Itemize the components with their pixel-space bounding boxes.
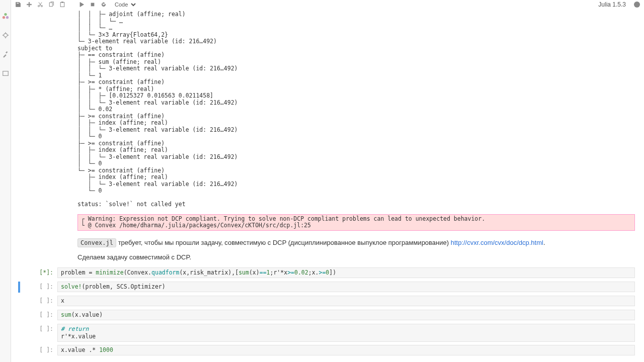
md1-text: требует, чтобы мы прошли задачу, совмест… — [116, 239, 451, 246]
main-column: Code Julia 1.5.3 │ │ ├─ adjoint (affine;… — [11, 0, 644, 362]
dcp-link[interactable]: http://cvxr.com/cvx/doc/dcp.html — [451, 239, 543, 246]
code-cell-solve[interactable]: [ ]: solve!(problem, SCS.Optimizer) — [18, 282, 635, 293]
markdown-conclusion: Вывод: надо инвестировать 67.9USD в Micr… — [18, 359, 635, 363]
stop-icon[interactable] — [90, 2, 96, 8]
cell-select-bar — [18, 324, 20, 335]
cell-select-bar — [18, 345, 20, 356]
markdown-make-dcp: Сделаем задачу совместимой с DCP. — [18, 252, 635, 267]
cell-type-select[interactable]: Code — [112, 1, 137, 8]
julia-icon[interactable] — [2, 13, 9, 20]
left-activity-rail — [0, 0, 11, 362]
cell-prompt: [ ]: — [21, 296, 57, 304]
cell-select-bar — [18, 310, 20, 321]
cell-prompt: [ ]: — [21, 310, 57, 318]
code-input[interactable]: problem = minimize(Convex.quadform(x,ris… — [57, 267, 635, 278]
svg-rect-4 — [3, 71, 8, 76]
code-input[interactable]: sum(x.value) — [57, 310, 635, 320]
cell-select-bar — [18, 282, 20, 293]
paste-icon[interactable] — [59, 2, 65, 8]
svg-rect-8 — [91, 3, 94, 6]
cell-select-bar — [18, 267, 20, 279]
kernel-status-dot[interactable] — [634, 2, 640, 8]
tools-icon[interactable] — [2, 51, 9, 58]
cell-prompt: [*]: — [21, 267, 57, 276]
save-icon[interactable] — [15, 2, 21, 8]
svg-rect-6 — [60, 3, 64, 7]
cell-select-bar — [18, 296, 20, 307]
debug-icon[interactable] — [2, 32, 9, 39]
svg-rect-7 — [62, 2, 63, 3]
code-cell-xvalue-1000[interactable]: [ ]: x.value .* 1000 — [18, 345, 635, 356]
svg-point-0 — [2, 16, 5, 19]
cell-prompt: [ ]: — [21, 324, 57, 332]
code-cell-sum-xvalue[interactable]: [ ]: sum(x.value) — [18, 310, 635, 321]
cut-icon[interactable] — [37, 2, 43, 8]
code-input[interactable]: # return r'*x.value — [57, 324, 635, 342]
kernel-name[interactable]: Julia 1.5.3 — [598, 1, 626, 8]
convex-jl-tag: Convex.jl — [77, 238, 116, 247]
notebook-area[interactable]: │ │ ├─ adjoint (affine; real) │ │ │ └─ …… — [11, 9, 644, 362]
cell-prompt: [ ]: — [21, 345, 57, 353]
code-input[interactable]: solve!(problem, SCS.Optimizer) — [57, 282, 635, 292]
panel-icon[interactable] — [2, 70, 9, 77]
restart-icon[interactable] — [101, 2, 107, 8]
code-input[interactable]: x — [57, 296, 635, 306]
output-tree: │ │ ├─ adjoint (affine; real) │ │ │ └─ …… — [18, 9, 635, 212]
svg-point-3 — [4, 34, 7, 37]
svg-point-2 — [6, 16, 8, 19]
code-cell-problem[interactable]: [*]: problem = minimize(Convex.quadform(… — [18, 267, 635, 279]
code-cell-return[interactable]: [ ]: # return r'*x.value — [18, 324, 635, 342]
code-input[interactable]: x.value .* 1000 — [57, 345, 635, 355]
markdown-dcp-note: Convex.jl требует, чтобы мы прошли задач… — [18, 234, 635, 253]
notebook-toolbar: Code Julia 1.5.3 — [11, 0, 644, 9]
cell-prompt: [ ]: — [21, 282, 57, 290]
copy-icon[interactable] — [48, 2, 54, 8]
run-icon[interactable] — [78, 2, 85, 8]
svg-rect-5 — [49, 3, 52, 7]
svg-point-1 — [4, 13, 7, 16]
code-cell-x[interactable]: [ ]: x — [18, 296, 635, 307]
output-warning: ┌ Warning: Expression not DCP compliant.… — [77, 214, 635, 231]
add-cell-icon[interactable] — [26, 2, 32, 8]
